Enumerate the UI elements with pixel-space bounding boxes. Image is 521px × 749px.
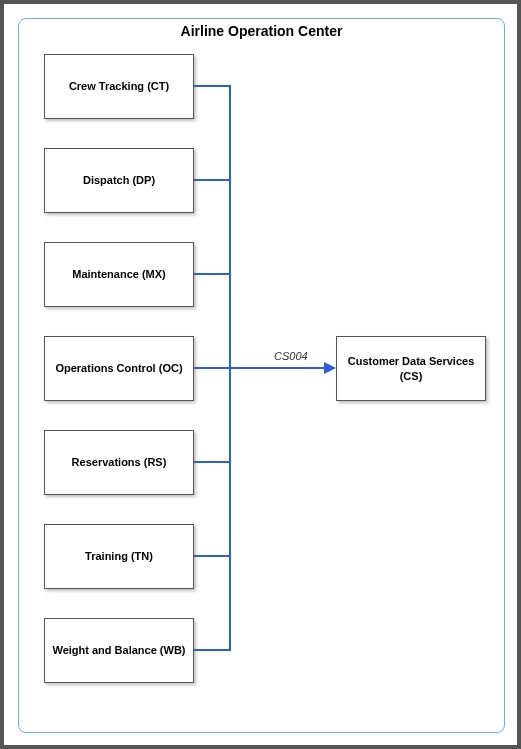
connector-stub <box>194 179 230 181</box>
diagram-frame: Airline Operation Center Crew Tracking (… <box>0 0 521 749</box>
node-reservations: Reservations (RS) <box>44 430 194 495</box>
node-label: Weight and Balance (WB) <box>52 643 185 657</box>
connector-stub <box>194 649 230 651</box>
node-label: Operations Control (OC) <box>55 361 182 375</box>
node-dispatch: Dispatch (DP) <box>44 148 194 213</box>
node-label: Training (TN) <box>85 549 153 563</box>
node-operations-control: Operations Control (OC) <box>44 336 194 401</box>
node-label: Reservations (RS) <box>72 455 167 469</box>
node-training: Training (TN) <box>44 524 194 589</box>
node-customer-data-services: Customer Data Services (CS) <box>336 336 486 401</box>
arrow-head-icon <box>324 362 336 374</box>
node-weight-and-balance: Weight and Balance (WB) <box>44 618 194 683</box>
connector-stub <box>194 85 230 87</box>
container-title: Airline Operation Center <box>19 19 504 39</box>
connector-stub <box>194 461 230 463</box>
connector-stub <box>194 367 230 369</box>
connector-stub <box>194 273 230 275</box>
edge-label: CS004 <box>274 350 308 362</box>
node-label: Dispatch (DP) <box>83 173 155 187</box>
node-maintenance: Maintenance (MX) <box>44 242 194 307</box>
connector-main-horizontal <box>229 367 325 369</box>
connector-stub <box>194 555 230 557</box>
node-label: Maintenance (MX) <box>72 267 166 281</box>
node-label: Crew Tracking (CT) <box>69 79 169 93</box>
node-crew-tracking: Crew Tracking (CT) <box>44 54 194 119</box>
node-label: Customer Data Services (CS) <box>341 354 481 383</box>
